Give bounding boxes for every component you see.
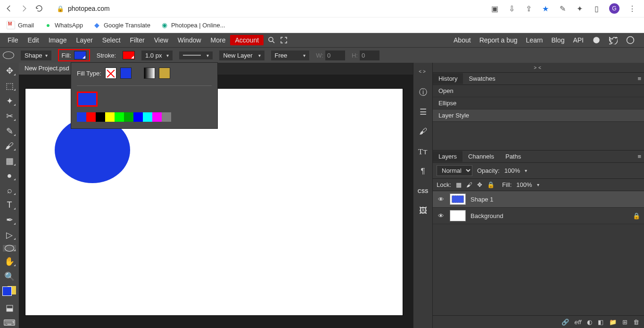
current-color-swatch[interactable]	[77, 92, 98, 107]
history-menu-icon[interactable]: ≡	[637, 75, 641, 82]
link-icon[interactable]: 🔗	[561, 319, 569, 326]
folder-icon[interactable]: 📁	[609, 319, 617, 326]
menu-more[interactable]: More	[206, 34, 231, 47]
menu-view[interactable]: View	[149, 34, 173, 47]
bookmark-photopea[interactable]: ◉Photopea | Online...	[161, 21, 225, 29]
kebab-menu-icon[interactable]: ⋮	[628, 4, 636, 13]
share-icon[interactable]: ⇪	[524, 4, 533, 13]
history-item[interactable]: Open	[433, 85, 644, 97]
palette-color[interactable]	[105, 112, 115, 122]
document-tab[interactable]: New Project.psd	[19, 63, 75, 75]
mask-icon[interactable]: ◐	[587, 319, 592, 326]
stroke-swatch[interactable]	[123, 51, 135, 59]
menu-image[interactable]: Image	[44, 34, 72, 47]
fill-swatch[interactable]	[74, 51, 86, 59]
profile-avatar[interactable]: G	[609, 3, 619, 14]
fill-type-gradient[interactable]	[144, 67, 155, 79]
tool-eyedropper[interactable]: ✎	[3, 126, 16, 136]
stroke-style-select[interactable]: ▾	[179, 51, 213, 59]
tool-keyboard[interactable]: ⌨	[3, 318, 16, 328]
extensions-icon[interactable]: ✦	[575, 4, 584, 13]
fill-type-solid[interactable]	[120, 67, 132, 79]
tool-move[interactable]: ✥	[3, 66, 16, 76]
adjustment-icon[interactable]: ◧	[598, 319, 603, 326]
collapse-handle-icon[interactable]: <>	[413, 67, 432, 76]
palette-color[interactable]	[124, 112, 133, 122]
height-input[interactable]	[360, 50, 380, 60]
search-icon[interactable]	[267, 36, 276, 44]
link-blog[interactable]: Blog	[551, 36, 564, 44]
tab-paths[interactable]: Paths	[500, 151, 527, 162]
lock-all-icon[interactable]: 🔒	[487, 181, 495, 188]
wand-icon[interactable]: ✎	[558, 4, 567, 13]
bookmark-gmail[interactable]: Gmail	[7, 21, 34, 29]
app-install-icon[interactable]: ▣	[490, 4, 499, 13]
width-input[interactable]	[325, 50, 345, 60]
tool-path-select[interactable]: ▷	[3, 230, 16, 240]
menu-window[interactable]: Window	[173, 34, 206, 47]
visibility-icon[interactable]: 👁	[437, 196, 445, 203]
link-learn[interactable]: Learn	[526, 36, 543, 44]
palette-color[interactable]	[96, 112, 105, 122]
visibility-icon[interactable]: 👁	[437, 212, 445, 219]
character-panel-icon[interactable]: Tᴛ	[416, 146, 429, 157]
new-layer-select[interactable]: New Layer▾	[219, 50, 264, 60]
address-bar[interactable]: 🔒 photopea.com	[50, 5, 484, 12]
lock-pixels-icon[interactable]: ▦	[456, 181, 462, 188]
tab-layers[interactable]: Layers	[433, 151, 462, 162]
lock-brush-icon[interactable]: 🖌	[466, 181, 472, 188]
tool-gradient[interactable]: ▦	[3, 156, 16, 166]
fill-dropdown-icon[interactable]: ▾	[537, 182, 539, 187]
palette-color[interactable]	[133, 112, 143, 122]
palette-color[interactable]	[162, 112, 171, 122]
delete-icon[interactable]: 🗑	[633, 319, 639, 326]
paragraph-panel-icon[interactable]: ¶	[416, 166, 429, 177]
tool-hand[interactable]: ✋	[3, 256, 16, 267]
twitter-icon[interactable]	[609, 36, 618, 44]
palette-color[interactable]	[115, 112, 124, 122]
link-report[interactable]: Report a bug	[479, 36, 518, 44]
tool-marquee[interactable]: ⬚	[3, 81, 16, 91]
constraint-select[interactable]: Free▾	[271, 50, 310, 60]
opacity-dropdown-icon[interactable]: ▾	[525, 168, 527, 173]
tool-brush[interactable]: 🖌	[3, 141, 16, 151]
tab-swatches[interactable]: Swatches	[463, 73, 501, 84]
download-icon[interactable]: ⇩	[507, 4, 516, 13]
forward-icon[interactable]	[20, 4, 28, 13]
bookmark-translate[interactable]: ◆Google Translate	[93, 21, 150, 29]
layer-row[interactable]: 👁 Shape 1	[433, 191, 644, 208]
menu-file[interactable]: File	[3, 34, 23, 47]
menu-layer[interactable]: Layer	[72, 34, 98, 47]
link-about[interactable]: About	[454, 36, 471, 44]
fullscreen-icon[interactable]	[280, 36, 288, 44]
lock-move-icon[interactable]: ✥	[477, 181, 482, 188]
image-panel-icon[interactable]: 🖼	[416, 205, 429, 217]
opacity-value[interactable]: 100%	[504, 167, 520, 174]
fill-control[interactable]: Fill:	[58, 49, 90, 61]
palette-color[interactable]	[77, 112, 86, 122]
tool-blur[interactable]: ●	[3, 171, 16, 181]
menu-edit[interactable]: Edit	[23, 34, 44, 47]
reload-icon[interactable]	[35, 4, 43, 13]
fill-type-pattern[interactable]	[159, 67, 170, 79]
link-api[interactable]: API	[573, 36, 584, 44]
history-item[interactable]: Layer Style	[433, 109, 644, 122]
history-item[interactable]: Ellipse	[433, 97, 644, 109]
layers-menu-icon[interactable]: ≡	[637, 153, 641, 160]
tab-history[interactable]: History	[433, 73, 463, 84]
tool-shape[interactable]	[3, 245, 16, 252]
layer-fill-value[interactable]: 100%	[516, 181, 532, 188]
tool-crop[interactable]: ✂	[3, 111, 16, 121]
back-icon[interactable]	[5, 4, 13, 13]
blend-mode-select[interactable]: Normal	[437, 165, 472, 176]
palette-color[interactable]	[86, 112, 96, 122]
fill-type-none[interactable]	[105, 67, 116, 79]
layer-row[interactable]: 👁 Background 🔒	[433, 208, 644, 224]
tool-dodge[interactable]: ⌕	[3, 185, 16, 195]
tool-wand[interactable]: ✦	[3, 96, 16, 106]
tool-text[interactable]: T	[3, 200, 16, 210]
tool-pen[interactable]: ✒	[3, 215, 16, 225]
color-swatches[interactable]	[2, 286, 17, 295]
stroke-width-input[interactable]: 1.0 px▾	[141, 50, 173, 60]
menu-filter[interactable]: Filter	[125, 34, 149, 47]
